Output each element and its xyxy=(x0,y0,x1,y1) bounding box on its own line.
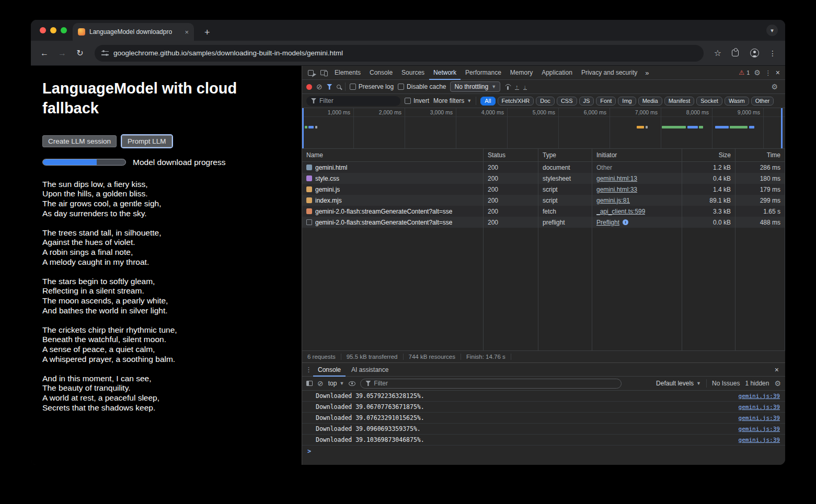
console-context-select[interactable]: top ▼ xyxy=(328,380,344,387)
filter-chip-fetch-xhr[interactable]: Fetch/XHR xyxy=(498,97,534,106)
console-source-link[interactable]: gemini.js:39 xyxy=(739,426,780,432)
back-button[interactable]: ← xyxy=(37,46,52,61)
preflight-info-icon[interactable]: i xyxy=(623,219,628,225)
extensions-icon[interactable] xyxy=(732,50,739,56)
tab-network[interactable]: Network xyxy=(429,66,461,80)
filter-chip-doc[interactable]: Doc xyxy=(536,97,555,106)
filter-chip-all[interactable]: All xyxy=(480,97,495,106)
filter-chip-css[interactable]: CSS xyxy=(557,97,577,106)
throttling-select[interactable]: No throttling ▼ xyxy=(450,81,500,92)
warning-triangle-icon[interactable]: ⚠ xyxy=(739,69,744,76)
network-request-row[interactable]: index.mjs 200 script gemini.js:81 89.1 k… xyxy=(302,195,785,206)
new-tab-button[interactable]: + xyxy=(201,28,213,37)
console-filter-input[interactable]: Filter xyxy=(360,379,622,389)
tab-privacy-security[interactable]: Privacy and security xyxy=(577,66,641,80)
filter-chip-font[interactable]: Font xyxy=(596,97,616,106)
console-sidebar-icon[interactable] xyxy=(306,381,313,386)
create-llm-session-button[interactable]: Create LLM session xyxy=(42,135,117,147)
invert-checkbox[interactable] xyxy=(405,98,411,104)
console-settings-icon[interactable]: ⚙ xyxy=(774,379,781,388)
filter-funnel-icon[interactable] xyxy=(327,84,332,90)
disable-cache-checkbox[interactable] xyxy=(398,84,404,90)
preserve-log-toggle[interactable]: Preserve log xyxy=(350,83,394,90)
browser-tab[interactable]: LanguageModel downloadpro × xyxy=(73,23,194,41)
column-header-time[interactable]: Time xyxy=(735,149,785,161)
network-request-row[interactable]: gemini-2.0-flash:streamGenerateContent?a… xyxy=(302,217,785,228)
request-initiator-link[interactable]: gemini.html:33 xyxy=(596,186,637,193)
console-source-link[interactable]: gemini.js:39 xyxy=(739,404,780,411)
filter-chip-manifest[interactable]: Manifest xyxy=(664,97,695,106)
bookmark-star-icon[interactable]: ☆ xyxy=(711,48,725,58)
tab-memory[interactable]: Memory xyxy=(506,66,537,80)
request-initiator-link[interactable]: gemini.html:13 xyxy=(596,175,637,182)
request-initiator-link[interactable]: gemini.js:81 xyxy=(596,197,630,204)
column-header-type[interactable]: Type xyxy=(538,149,592,161)
tab-console[interactable]: Console xyxy=(365,66,397,80)
device-toolbar-icon[interactable] xyxy=(317,67,330,78)
more-tabs-icon[interactable]: » xyxy=(642,69,652,77)
forward-button[interactable]: → xyxy=(55,46,70,61)
invert-toggle[interactable]: Invert xyxy=(405,97,429,104)
tab-sources[interactable]: Sources xyxy=(397,66,429,80)
browser-menu-icon[interactable]: ⋮ xyxy=(766,49,779,57)
disable-cache-toggle[interactable]: Disable cache xyxy=(398,83,446,90)
devtools-close-icon[interactable]: × xyxy=(776,68,780,77)
clear-console-icon[interactable]: ⊘ xyxy=(317,380,324,387)
request-initiator-link[interactable]: Preflight xyxy=(596,219,619,226)
column-header-initiator[interactable]: Initiator xyxy=(592,149,682,161)
console-source-link[interactable]: gemini.js:39 xyxy=(739,393,780,400)
filter-chip-media[interactable]: Media xyxy=(638,97,662,106)
console-source-link[interactable]: gemini.js:39 xyxy=(739,415,780,421)
filter-chip-wasm[interactable]: Wasm xyxy=(725,97,749,106)
live-expression-eye-icon[interactable] xyxy=(349,381,355,386)
request-initiator-link[interactable]: _api_client.ts:599 xyxy=(596,208,645,215)
overview-selection-right[interactable] xyxy=(781,108,783,148)
network-overview[interactable]: 1,000 ms2,000 ms3,000 ms4,000 ms5,000 ms… xyxy=(302,108,785,149)
filter-chip-js[interactable]: JS xyxy=(579,97,594,106)
issues-status[interactable]: No Issues xyxy=(712,380,740,387)
tab-close-icon[interactable]: × xyxy=(183,28,190,36)
overview-selection-left[interactable] xyxy=(302,108,304,148)
filter-chip-socket[interactable]: Socket xyxy=(696,97,722,106)
network-request-row[interactable]: gemini.html 200 document Other 1.2 kB 28… xyxy=(302,162,785,173)
search-icon[interactable] xyxy=(337,85,341,89)
filter-chip-other[interactable]: Other xyxy=(751,97,774,106)
devtools-menu-icon[interactable]: ⋮ xyxy=(765,69,772,77)
column-header-size[interactable]: Size xyxy=(682,149,735,161)
tab-performance[interactable]: Performance xyxy=(461,66,505,80)
tab-elements[interactable]: Elements xyxy=(330,66,365,80)
profile-avatar-icon[interactable] xyxy=(750,49,759,57)
filter-chip-img[interactable]: Img xyxy=(618,97,636,106)
console-source-link[interactable]: gemini.js:39 xyxy=(739,437,780,443)
network-request-row[interactable]: gemini.js 200 script gemini.html:33 1.4 … xyxy=(302,184,785,195)
column-header-status[interactable]: Status xyxy=(484,149,538,161)
close-window-button[interactable] xyxy=(40,27,46,33)
export-har-icon[interactable]: ↓ xyxy=(523,84,527,90)
column-header-name[interactable]: Name xyxy=(302,149,484,161)
tab-search-button[interactable]: ▾ xyxy=(766,25,778,36)
minimize-window-button[interactable] xyxy=(50,27,56,33)
devtools-settings-icon[interactable]: ⚙ xyxy=(754,68,761,77)
network-filter-input[interactable]: Filter xyxy=(306,96,400,106)
drawer-tab-console[interactable]: Console xyxy=(313,363,346,377)
record-icon[interactable] xyxy=(306,84,312,90)
network-request-row[interactable]: style.css 200 stylesheet gemini.html:13 … xyxy=(302,173,785,184)
zoom-window-button[interactable] xyxy=(61,27,67,33)
drawer-tab-ai-assistance[interactable]: AI assistance xyxy=(347,363,393,377)
site-info-icon[interactable] xyxy=(101,50,109,56)
drawer-menu-icon[interactable]: ⋮ xyxy=(305,366,312,373)
clear-icon[interactable]: ⊘ xyxy=(316,83,323,90)
drawer-close-icon[interactable]: × xyxy=(775,366,779,374)
network-request-row[interactable]: gemini-2.0-flash:streamGenerateContent?a… xyxy=(302,206,785,217)
default-levels-select[interactable]: Default levels ▼ xyxy=(656,380,701,387)
network-conditions-icon[interactable] xyxy=(504,84,511,90)
tab-application[interactable]: Application xyxy=(537,66,577,80)
reload-button[interactable]: ↻ xyxy=(73,46,87,61)
prompt-llm-button[interactable]: Prompt LLM xyxy=(122,135,172,147)
address-bar[interactable]: googlechrome.github.io/samples/downloadi… xyxy=(95,45,704,62)
network-settings-icon[interactable]: ⚙ xyxy=(771,83,778,91)
console-prompt[interactable]: > xyxy=(302,446,785,456)
inspect-element-icon[interactable] xyxy=(304,67,317,78)
import-har-icon[interactable]: ↑ xyxy=(515,84,519,90)
hidden-messages-count[interactable]: 1 hidden xyxy=(745,380,769,387)
